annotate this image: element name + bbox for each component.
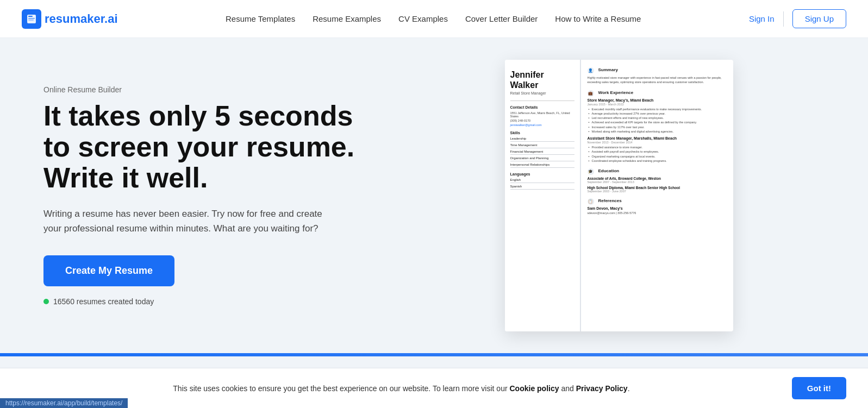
resume-job2-bullet4: Coordinated employee schedules and train…	[588, 159, 727, 163]
resume-left-column: JenniferWalker Retail Store Manager Cont…	[505, 60, 581, 331]
resume-languages-heading: Languages	[510, 172, 574, 176]
logo-link[interactable]: resumaker.ai	[22, 9, 118, 29]
resume-edu-2: High School Diploma, Miami Beach Senior …	[588, 186, 727, 193]
resume-address: 1551 Jefferson Ave, Miami Beach, FL, Uni…	[510, 111, 574, 118]
nav-resume-examples[interactable]: Resume Examples	[313, 14, 381, 23]
resume-job1-title: Store Manager, Macy's, Miami Beach	[588, 98, 727, 102]
resume-ref1-name: Sam Devon, Macy's	[588, 206, 727, 210]
resume-skills-heading: Skills	[510, 131, 574, 135]
hero-section: Online Resume Builder It takes only 5 se…	[0, 38, 868, 353]
hero-subtitle: Writing a resume has never been easier. …	[43, 206, 326, 236]
resume-edu-1: Associate of Arts, Broward College, West…	[588, 177, 727, 184]
cookie-banner: This site uses cookies to ensure you get…	[0, 368, 868, 408]
resume-skill-3: Financial Management	[510, 150, 574, 155]
cookie-text: This site uses cookies to ensure you get…	[22, 384, 781, 393]
resume-job1-date: January 2015 - March 2022	[588, 103, 727, 106]
resume-job1-bullet4: Achieved and exceeded all KPI targets fo…	[588, 120, 727, 124]
resume-summary-text: Highly motivated store manager with expe…	[588, 76, 727, 85]
resume-right-column: 👤 Summary Highly motivated store manager…	[581, 60, 733, 331]
blue-bar	[0, 353, 868, 356]
nav-divider	[783, 11, 784, 27]
resume-job1-bullet1: Executed monthly staff performance evalu…	[588, 107, 727, 111]
resume-references-section: 📋 References Sam Devon, Macy's sdevon@ma…	[588, 198, 727, 215]
nav-auth: Sign In Sign Up	[749, 9, 846, 28]
resume-skill-2: Time Management	[510, 143, 574, 148]
hero-title: It takes only 5 seconds to screen your r…	[43, 101, 380, 194]
resume-preview-card: JenniferWalker Retail Store Manager Cont…	[505, 60, 733, 331]
nav-resume-templates[interactable]: Resume Templates	[226, 14, 295, 23]
privacy-policy-link[interactable]: Privacy Policy	[576, 384, 628, 393]
create-resume-button[interactable]: Create My Resume	[43, 255, 174, 286]
resume-lang-1: English	[510, 178, 574, 183]
resume-phone: (305) 248-0170	[510, 119, 574, 122]
resume-job2-bullet3: Organized marketing campaigns at local e…	[588, 154, 727, 159]
resumes-today-text: 16560 resumes created today	[53, 297, 154, 306]
hero-tag: Online Resume Builder	[43, 85, 380, 94]
references-icon: 📋	[588, 198, 594, 205]
resume-job2-bullet2: Assisted with payroll and paychecks to e…	[588, 149, 727, 154]
got-it-button[interactable]: Got it!	[792, 377, 846, 399]
resume-summary-heading: Summary	[598, 67, 618, 72]
nav-how-to-write[interactable]: How to Write a Resume	[555, 14, 641, 23]
svg-rect-2	[28, 18, 35, 19]
resume-name: JenniferWalker	[510, 70, 574, 90]
resume-contact-heading: Contact Details	[510, 105, 574, 109]
cookie-policy-link[interactable]: Cookie policy	[510, 384, 559, 393]
resume-skill-1: Leadership	[510, 137, 574, 142]
nav-cover-letter[interactable]: Cover Letter Builder	[465, 14, 538, 23]
resume-ref1-contact: sdevon@macys.com | 305-256-5776	[588, 211, 727, 215]
resume-lang-2: Spanish	[510, 185, 574, 190]
resume-email: jenniwalker@gmail.com	[510, 123, 574, 127]
resume-job2-date: November 2013 - December 2014	[588, 141, 727, 144]
work-icon: 💼	[588, 90, 594, 97]
nav-cv-examples[interactable]: CV Examples	[398, 14, 448, 23]
education-icon: 🎓	[588, 168, 594, 175]
logo-icon	[22, 9, 41, 29]
resume-divider-1	[510, 101, 574, 101]
svg-rect-3	[28, 20, 34, 21]
resume-skill-5: Interpersonal Relationships	[510, 163, 574, 168]
resume-job1-bullet3: Led recruitment efforts and training of …	[588, 116, 727, 120]
resume-summary-section: 👤 Summary Highly motivated store manager…	[588, 67, 727, 85]
resume-job2-title: Assistant Store Manager, Marshalls, Miam…	[588, 136, 727, 140]
status-bar-url: https://resumaker.ai/app/build/templates…	[5, 399, 122, 407]
green-dot-icon	[43, 299, 49, 304]
svg-rect-1	[28, 16, 33, 17]
navbar: resumaker.ai Resume Templates Resume Exa…	[0, 0, 868, 38]
resume-job1-bullet6: Worked along with marketing and digital …	[588, 129, 727, 134]
sign-in-link[interactable]: Sign In	[749, 14, 775, 23]
status-bar: https://resumaker.ai/app/build/templates…	[0, 398, 128, 408]
resume-job2-bullet1: Provided assistance to store manager.	[588, 145, 727, 149]
resume-skill-4: Organization and Planning	[510, 156, 574, 161]
hero-right: JenniferWalker Retail Store Manager Cont…	[413, 60, 825, 331]
resumes-today: 16560 resumes created today	[43, 297, 380, 306]
hero-left: Online Resume Builder It takes only 5 se…	[43, 85, 380, 306]
resume-job1-bullet5: Increased sales by 117% over last year.	[588, 125, 727, 129]
resume-education-heading: Education	[598, 168, 620, 173]
resume-job-title-preview: Retail Store Manager	[510, 91, 574, 95]
logo-text: resumaker.ai	[45, 12, 118, 26]
sign-up-button[interactable]: Sign Up	[792, 9, 846, 28]
nav-links: Resume Templates Resume Examples CV Exam…	[226, 14, 641, 24]
summary-icon: 👤	[588, 67, 594, 74]
resume-job1-bullet2: Average productivity increased 27% over …	[588, 111, 727, 116]
resume-work-section: 💼 Work Experience Store Manager, Macy's,…	[588, 90, 727, 164]
resume-references-heading: References	[598, 198, 622, 203]
resume-work-heading: Work Experience	[598, 90, 634, 95]
resume-education-section: 🎓 Education Associate of Arts, Broward C…	[588, 168, 727, 193]
